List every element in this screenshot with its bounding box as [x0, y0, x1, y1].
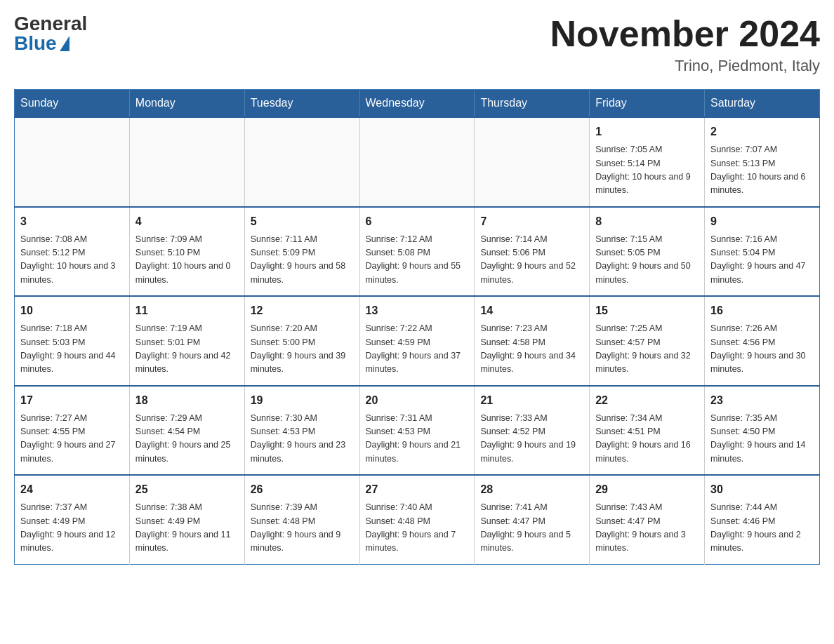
day-info: Sunrise: 7:25 AMSunset: 4:57 PMDaylight:…: [595, 322, 699, 377]
calendar-cell: 26Sunrise: 7:39 AMSunset: 4:48 PMDayligh…: [244, 475, 359, 564]
calendar-cell: 2Sunrise: 7:07 AMSunset: 5:13 PMDaylight…: [705, 117, 820, 207]
day-info: Sunrise: 7:29 AMSunset: 4:54 PMDaylight:…: [135, 412, 239, 467]
calendar-cell: 22Sunrise: 7:34 AMSunset: 4:51 PMDayligh…: [590, 386, 705, 476]
day-number: 10: [20, 302, 124, 319]
calendar-header-tuesday: Tuesday: [244, 90, 359, 118]
day-number: 15: [595, 302, 699, 319]
page-header: General Blue November 2024 Trino, Piedmo…: [14, 14, 820, 75]
day-number: 25: [135, 481, 239, 498]
day-number: 24: [20, 481, 124, 498]
calendar-cell: 7Sunrise: 7:14 AMSunset: 5:06 PMDaylight…: [475, 207, 590, 297]
calendar-cell: 1Sunrise: 7:05 AMSunset: 5:14 PMDaylight…: [590, 117, 705, 207]
calendar-cell: 13Sunrise: 7:22 AMSunset: 4:59 PMDayligh…: [359, 296, 475, 386]
day-number: 19: [251, 392, 354, 409]
day-number: 5: [251, 213, 354, 230]
day-number: 13: [366, 302, 469, 319]
calendar-cell: [475, 117, 590, 207]
month-title: November 2024: [550, 14, 820, 54]
day-number: 1: [595, 123, 699, 140]
title-section: November 2024 Trino, Piedmont, Italy: [550, 14, 820, 75]
day-number: 8: [595, 213, 699, 230]
day-info: Sunrise: 7:20 AMSunset: 5:00 PMDaylight:…: [251, 322, 354, 377]
day-info: Sunrise: 7:05 AMSunset: 5:14 PMDaylight:…: [595, 143, 699, 198]
calendar-week-row: 24Sunrise: 7:37 AMSunset: 4:49 PMDayligh…: [15, 475, 820, 564]
calendar-cell: 27Sunrise: 7:40 AMSunset: 4:48 PMDayligh…: [359, 475, 475, 564]
day-info: Sunrise: 7:12 AMSunset: 5:08 PMDaylight:…: [366, 233, 469, 288]
calendar-cell: 3Sunrise: 7:08 AMSunset: 5:12 PMDaylight…: [15, 207, 130, 297]
calendar-week-row: 17Sunrise: 7:27 AMSunset: 4:55 PMDayligh…: [15, 386, 820, 476]
calendar-cell: 21Sunrise: 7:33 AMSunset: 4:52 PMDayligh…: [475, 386, 590, 476]
day-info: Sunrise: 7:43 AMSunset: 4:47 PMDaylight:…: [595, 501, 699, 556]
calendar-cell: 5Sunrise: 7:11 AMSunset: 5:09 PMDaylight…: [244, 207, 359, 297]
day-info: Sunrise: 7:33 AMSunset: 4:52 PMDaylight:…: [480, 412, 583, 467]
calendar-cell: 4Sunrise: 7:09 AMSunset: 5:10 PMDaylight…: [129, 207, 244, 297]
day-info: Sunrise: 7:37 AMSunset: 4:49 PMDaylight:…: [20, 501, 124, 556]
day-number: 3: [20, 213, 124, 230]
calendar-cell: 25Sunrise: 7:38 AMSunset: 4:49 PMDayligh…: [129, 475, 244, 564]
calendar-cell: 18Sunrise: 7:29 AMSunset: 4:54 PMDayligh…: [129, 386, 244, 476]
day-number: 22: [595, 392, 699, 409]
day-info: Sunrise: 7:07 AMSunset: 5:13 PMDaylight:…: [710, 143, 814, 198]
calendar-header-thursday: Thursday: [475, 90, 590, 118]
day-number: 12: [251, 302, 354, 319]
calendar-cell: [244, 117, 359, 207]
calendar-header-wednesday: Wednesday: [359, 90, 475, 118]
day-info: Sunrise: 7:31 AMSunset: 4:53 PMDaylight:…: [366, 412, 469, 467]
logo-general-text: General: [14, 14, 87, 34]
day-info: Sunrise: 7:44 AMSunset: 4:46 PMDaylight:…: [710, 501, 814, 556]
day-number: 6: [366, 213, 469, 230]
calendar-cell: [129, 117, 244, 207]
day-number: 7: [480, 213, 583, 230]
day-info: Sunrise: 7:23 AMSunset: 4:58 PMDaylight:…: [480, 322, 583, 377]
calendar-cell: 12Sunrise: 7:20 AMSunset: 5:00 PMDayligh…: [244, 296, 359, 386]
day-info: Sunrise: 7:11 AMSunset: 5:09 PMDaylight:…: [251, 233, 354, 288]
day-info: Sunrise: 7:39 AMSunset: 4:48 PMDaylight:…: [251, 501, 354, 556]
day-number: 29: [595, 481, 699, 498]
day-info: Sunrise: 7:16 AMSunset: 5:04 PMDaylight:…: [710, 233, 814, 288]
day-number: 18: [135, 392, 239, 409]
calendar-cell: 23Sunrise: 7:35 AMSunset: 4:50 PMDayligh…: [705, 386, 820, 476]
calendar-cell: 20Sunrise: 7:31 AMSunset: 4:53 PMDayligh…: [359, 386, 475, 476]
day-number: 17: [20, 392, 124, 409]
day-info: Sunrise: 7:38 AMSunset: 4:49 PMDaylight:…: [135, 501, 239, 556]
calendar-cell: 19Sunrise: 7:30 AMSunset: 4:53 PMDayligh…: [244, 386, 359, 476]
calendar-header-friday: Friday: [590, 90, 705, 118]
calendar-cell: 10Sunrise: 7:18 AMSunset: 5:03 PMDayligh…: [15, 296, 130, 386]
day-number: 16: [710, 302, 814, 319]
day-info: Sunrise: 7:30 AMSunset: 4:53 PMDaylight:…: [251, 412, 354, 467]
calendar-cell: 28Sunrise: 7:41 AMSunset: 4:47 PMDayligh…: [475, 475, 590, 564]
day-info: Sunrise: 7:18 AMSunset: 5:03 PMDaylight:…: [20, 322, 124, 377]
day-number: 2: [710, 123, 814, 140]
calendar-cell: 11Sunrise: 7:19 AMSunset: 5:01 PMDayligh…: [129, 296, 244, 386]
calendar-cell: 8Sunrise: 7:15 AMSunset: 5:05 PMDaylight…: [590, 207, 705, 297]
logo-triangle-icon: [60, 36, 70, 51]
calendar-cell: 15Sunrise: 7:25 AMSunset: 4:57 PMDayligh…: [590, 296, 705, 386]
calendar-week-row: 3Sunrise: 7:08 AMSunset: 5:12 PMDaylight…: [15, 207, 820, 297]
day-number: 11: [135, 302, 239, 319]
day-info: Sunrise: 7:22 AMSunset: 4:59 PMDaylight:…: [366, 322, 469, 377]
calendar-header-saturday: Saturday: [705, 90, 820, 118]
day-info: Sunrise: 7:41 AMSunset: 4:47 PMDaylight:…: [480, 501, 583, 556]
calendar-cell: [359, 117, 475, 207]
day-number: 20: [366, 392, 469, 409]
calendar-cell: 29Sunrise: 7:43 AMSunset: 4:47 PMDayligh…: [590, 475, 705, 564]
day-info: Sunrise: 7:15 AMSunset: 5:05 PMDaylight:…: [595, 233, 699, 288]
day-number: 30: [710, 481, 814, 498]
calendar-header-sunday: Sunday: [15, 90, 130, 118]
calendar-cell: 17Sunrise: 7:27 AMSunset: 4:55 PMDayligh…: [15, 386, 130, 476]
calendar-table: SundayMondayTuesdayWednesdayThursdayFrid…: [14, 89, 820, 565]
day-info: Sunrise: 7:09 AMSunset: 5:10 PMDaylight:…: [135, 233, 239, 288]
day-number: 28: [480, 481, 583, 498]
day-info: Sunrise: 7:35 AMSunset: 4:50 PMDaylight:…: [710, 412, 814, 467]
calendar-header-row: SundayMondayTuesdayWednesdayThursdayFrid…: [15, 90, 820, 118]
calendar-cell: 30Sunrise: 7:44 AMSunset: 4:46 PMDayligh…: [705, 475, 820, 564]
day-info: Sunrise: 7:14 AMSunset: 5:06 PMDaylight:…: [480, 233, 583, 288]
day-number: 4: [135, 213, 239, 230]
calendar-header-monday: Monday: [129, 90, 244, 118]
calendar-week-row: 10Sunrise: 7:18 AMSunset: 5:03 PMDayligh…: [15, 296, 820, 386]
location-text: Trino, Piedmont, Italy: [550, 57, 820, 75]
day-number: 27: [366, 481, 469, 498]
calendar-cell: 14Sunrise: 7:23 AMSunset: 4:58 PMDayligh…: [475, 296, 590, 386]
logo: General Blue: [14, 14, 87, 53]
day-info: Sunrise: 7:19 AMSunset: 5:01 PMDaylight:…: [135, 322, 239, 377]
